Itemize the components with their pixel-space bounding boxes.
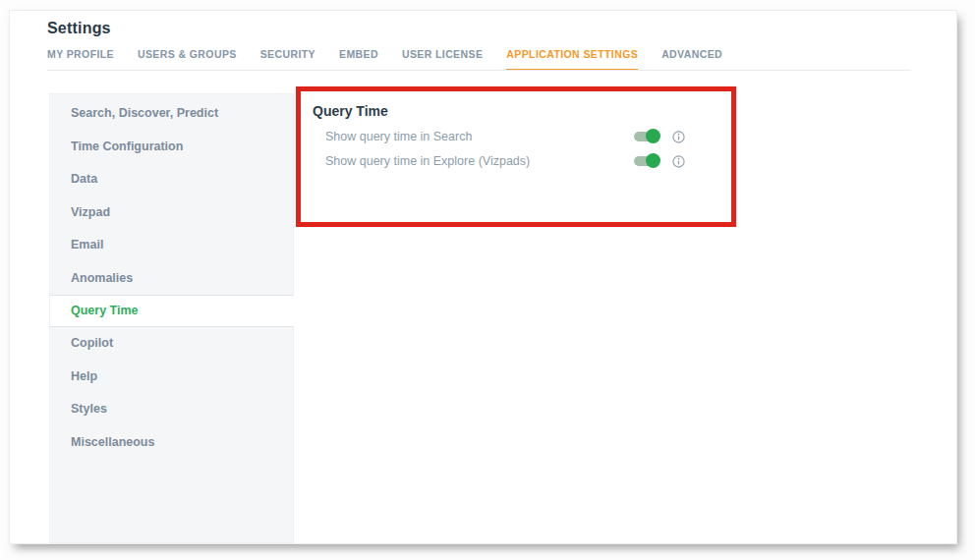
sidebar-item-data[interactable]: Data xyxy=(50,163,293,196)
toggle-knob xyxy=(646,129,660,143)
sidebar-item-copilot[interactable]: Copilot xyxy=(50,327,293,361)
sidebar-item-time-configuration[interactable]: Time Configuration xyxy=(50,131,293,164)
setting-label: Show query time in Explore (Vizpads) xyxy=(325,154,634,168)
tab-bar-divider xyxy=(47,70,911,71)
sidebar-item-vizpad[interactable]: Vizpad xyxy=(50,196,293,230)
tab-security[interactable]: SECURITY xyxy=(260,48,315,71)
tab-users-groups[interactable]: USERS & GROUPS xyxy=(138,48,237,71)
section-title: Query Time xyxy=(313,103,388,119)
app-window: Settings MY PROFILEUSERS & GROUPSSECURIT… xyxy=(10,11,956,543)
tab-application-settings[interactable]: APPLICATION SETTINGS xyxy=(506,48,638,71)
toggle-switch[interactable] xyxy=(634,132,659,141)
page-title: Settings xyxy=(47,20,111,37)
info-icon[interactable] xyxy=(672,154,685,167)
setting-row-show-query-time-in-explore-vizpads: Show query time in Explore (Vizpads) xyxy=(325,148,685,173)
setting-label: Show query time in Search xyxy=(325,130,634,143)
sidebar-item-help[interactable]: Help xyxy=(50,361,293,394)
tab-embed[interactable]: EMBED xyxy=(339,48,378,71)
toggle-knob xyxy=(646,153,660,168)
settings-sidebar: Search, Discover, PredictTime Configurat… xyxy=(49,93,294,543)
tab-bar: MY PROFILEUSERS & GROUPSSECURITYEMBEDUSE… xyxy=(47,48,722,71)
sidebar-item-miscellaneous[interactable]: Miscellaneous xyxy=(50,426,293,460)
info-icon[interactable] xyxy=(672,130,685,142)
tab-my-profile[interactable]: MY PROFILE xyxy=(47,48,114,71)
tab-advanced[interactable]: ADVANCED xyxy=(661,48,722,71)
sidebar-item-styles[interactable]: Styles xyxy=(50,393,293,426)
tab-user-license[interactable]: USER LICENSE xyxy=(402,48,483,71)
sidebar-item-search-discover-predict[interactable]: Search, Discover, Predict xyxy=(50,97,293,131)
sidebar-item-anomalies[interactable]: Anomalies xyxy=(50,262,293,296)
sidebar-item-email[interactable]: Email xyxy=(50,229,293,262)
toggle-switch[interactable] xyxy=(634,156,659,166)
settings-list: Show query time in SearchShow query time… xyxy=(325,124,685,173)
sidebar-item-query-time[interactable]: Query Time xyxy=(50,295,294,327)
setting-row-show-query-time-in-search: Show query time in Search xyxy=(325,124,685,148)
